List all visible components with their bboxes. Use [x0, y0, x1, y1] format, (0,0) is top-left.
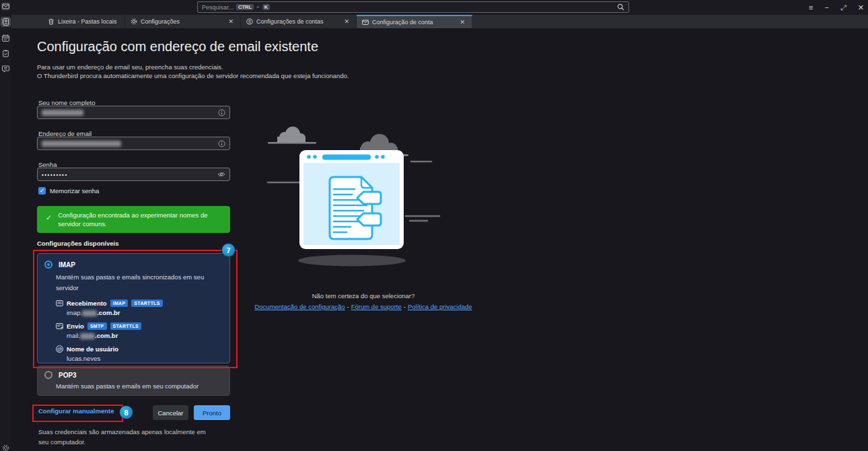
redacted-name-value	[42, 110, 83, 116]
spaces-toolbar	[0, 0, 11, 451]
docs-link[interactable]: Documentação de configuração	[254, 303, 345, 310]
window-controls: ≡ − ⤢ ✕	[809, 0, 864, 15]
support-forum-link[interactable]: Fórum de suporte	[351, 303, 402, 310]
annotation-badge-7: 7	[221, 243, 236, 257]
tab-trash-local-folders[interactable]: Lixeira - Pastas locais	[42, 15, 125, 28]
configure-manually-link[interactable]: Configurar manualmente	[38, 407, 114, 415]
tab-settings[interactable]: Configurações ✕	[125, 15, 241, 28]
tab-label: Configurações de contas	[256, 18, 324, 25]
setup-illustration	[266, 125, 447, 273]
check-icon: ✓	[46, 213, 52, 222]
done-button[interactable]: Pronto	[194, 405, 230, 420]
kbd-plus: +	[256, 4, 260, 10]
space-calendar-button[interactable]	[1, 34, 10, 42]
intro-line-2: O Thunderbird procura automaticamente um…	[37, 72, 349, 79]
available-configs-label: Configurações disponíveis	[37, 240, 118, 247]
cancel-button[interactable]: Cancelar	[153, 405, 188, 420]
restore-button[interactable]: ⤢	[840, 4, 846, 11]
username-value: lucas.neves	[67, 355, 229, 362]
address-book-icon	[2, 18, 9, 26]
spaces-settings-button[interactable]	[1, 444, 10, 451]
tab-label: Configurações	[141, 18, 180, 25]
tab-account-settings[interactable]: Configurações de contas ✕	[241, 15, 357, 28]
password-value: •••••••••	[42, 172, 68, 178]
global-search-input[interactable]: Pesquisar... CTRL + K	[197, 1, 629, 13]
help-links: Documentação de configuração-Fórum de su…	[236, 303, 491, 310]
page-title: Configuração com endereço de email exist…	[37, 39, 318, 55]
trash-icon	[48, 18, 55, 25]
cloud-left	[277, 127, 305, 143]
search-placeholder: Pesquisar...	[202, 4, 233, 11]
username-at-icon: @	[56, 345, 63, 353]
settings-gear-icon	[2, 444, 9, 451]
tab-close-icon[interactable]: ✕	[227, 18, 235, 25]
search-icon	[617, 3, 624, 11]
protocol-badge: IMAP	[110, 300, 129, 307]
success-message: Configuração encontrada ao experimentar …	[58, 211, 225, 228]
tab-label: Lixeira - Pastas locais	[58, 18, 117, 25]
minimize-button[interactable]: −	[825, 4, 829, 11]
username-label: Nome de usuário	[67, 345, 118, 353]
pop3-radio[interactable]	[44, 371, 52, 379]
outgoing-label: Envio	[67, 322, 84, 330]
imap-option-panel[interactable]: IMAP Mantém suas pastas e emails sincron…	[37, 253, 230, 363]
pop3-description: Mantém suas pastas e emails em seu compu…	[56, 381, 231, 392]
mail-gear-icon	[362, 19, 369, 26]
security-badge: STARTTLS	[131, 300, 162, 307]
kbd-k: K	[262, 4, 270, 11]
tab-close-icon[interactable]: ✕	[458, 19, 466, 26]
eye-icon[interactable]	[217, 171, 225, 178]
imap-radio[interactable]	[44, 261, 52, 269]
remember-password-label: Memorizar senha	[50, 187, 99, 195]
info-icon	[218, 109, 225, 116]
titlebar: Pesquisar... CTRL + K ≡ − ⤢ ✕	[11, 0, 868, 15]
annotation-badge-8: 8	[119, 405, 133, 419]
remember-password-row: ✓ Memorizar senha	[38, 187, 99, 195]
tab-bar: Lixeira - Pastas locais Configurações ✕ …	[11, 15, 868, 28]
tab-account-setup[interactable]: Configuração de conta ✕	[357, 15, 472, 28]
success-banner: ✓ Configuração encontrada ao experimenta…	[37, 206, 230, 233]
tab-spacer	[11, 15, 42, 28]
privacy-policy-link[interactable]: Política de privacidade	[408, 303, 472, 310]
pop3-option-panel[interactable]: POP3 Mantém suas pastas e emails em seu …	[37, 366, 230, 396]
password-input[interactable]: •••••••••	[37, 168, 230, 181]
help-question: Não tem certeza do que selecionar?	[249, 292, 478, 300]
intro-line-1: Para usar um endereço de email seu, pree…	[37, 63, 223, 71]
space-mail-button[interactable]	[1, 2, 10, 11]
link-separator: -	[347, 303, 349, 310]
imap-description: Mantém suas pastas e emails sincronizado…	[56, 272, 217, 293]
calendar-icon	[2, 34, 9, 42]
tasks-icon	[2, 50, 9, 57]
account-setup-page: Configuração com endereço de email exist…	[11, 28, 868, 451]
gear-icon	[131, 18, 137, 25]
tab-close-icon[interactable]: ✕	[342, 18, 351, 25]
app-menu-button[interactable]: ≡	[809, 4, 813, 11]
space-chat-button[interactable]	[1, 65, 10, 73]
info-icon	[218, 140, 225, 147]
credentials-note: Suas credenciais são armazenadas apenas …	[38, 427, 212, 447]
tab-label: Configuração de conta	[372, 19, 433, 26]
outgoing-hostname: mail..com.br	[67, 332, 229, 339]
remember-password-checkbox[interactable]: ✓	[38, 187, 46, 195]
incoming-server-icon	[56, 300, 63, 307]
close-button[interactable]: ✕	[858, 4, 864, 11]
email-input[interactable]	[37, 137, 230, 150]
redacted-domain	[80, 333, 95, 339]
full-name-input[interactable]	[37, 106, 230, 119]
space-tasks-button[interactable]	[1, 49, 10, 58]
imap-title: IMAP	[59, 261, 75, 269]
incoming-hostname: imap..com.br	[67, 309, 229, 316]
redacted-email-value	[42, 141, 121, 147]
pop3-title: POP3	[59, 372, 77, 379]
protocol-badge: SMTP	[87, 322, 107, 330]
security-badge: STARTTLS	[110, 322, 141, 330]
redacted-domain	[82, 310, 97, 316]
kbd-ctrl: CTRL	[236, 4, 254, 11]
chat-icon	[2, 65, 9, 73]
incoming-label: Recebimento	[67, 300, 107, 307]
account-gear-icon	[246, 18, 253, 25]
space-address-book-button[interactable]	[1, 18, 10, 26]
mail-icon	[2, 3, 9, 10]
outgoing-server-icon	[56, 322, 63, 330]
link-separator: -	[404, 303, 406, 310]
